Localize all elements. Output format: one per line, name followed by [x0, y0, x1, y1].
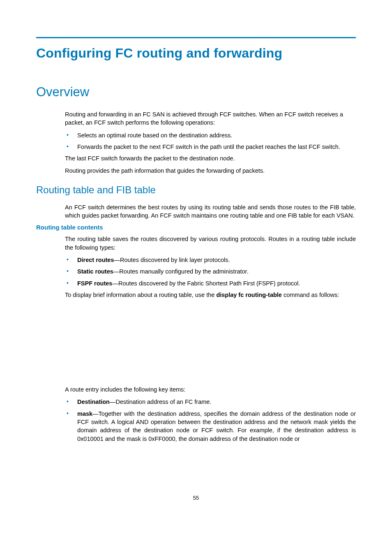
routing-contents-para-1: The routing table saves the routes disco… [65, 235, 356, 252]
list-item: Destination—Destination address of an FC… [65, 398, 356, 406]
list-item: FSPF routes—Routes discovered by the Fab… [65, 279, 356, 287]
text-fragment: To display brief information about a rou… [65, 292, 216, 298]
term-mask: mask [77, 410, 92, 417]
route-types-list: Direct routes—Routes discovered by link … [65, 256, 356, 287]
term-fspf-routes-desc: —Routes discovered by the Fabric Shortes… [112, 280, 300, 287]
term-static-routes: Static routes [77, 268, 113, 275]
term-destination-desc: —Destination address of an FC frame. [110, 399, 211, 405]
list-item: Static routes—Routes manually configured… [65, 267, 356, 276]
route-entry-intro: A route entry includes the following key… [65, 385, 356, 394]
term-direct-routes-desc: —Routes discovered by link layer protoco… [114, 257, 230, 263]
command-display-fc-routing-table: display fc routing-table [216, 292, 282, 298]
list-item: Forwards the packet to the next FCF swit… [65, 143, 356, 151]
route-entry-keys-list: Destination—Destination address of an FC… [65, 398, 356, 443]
text-fragment: command as follows: [282, 292, 339, 298]
term-fspf-routes: FSPF routes [77, 280, 112, 287]
overview-bullets: Selects an optimal route based on the de… [65, 131, 356, 151]
code-output-placeholder [36, 303, 356, 385]
routing-para-1: An FCF switch determines the best routes… [65, 203, 356, 220]
subsection-routing-fib: Routing table and FIB table [36, 184, 356, 196]
page-number: 55 [0, 495, 392, 501]
subsub-routing-table-contents: Routing table contents [36, 224, 356, 231]
list-item: Selects an optimal route based on the de… [65, 131, 356, 139]
term-destination: Destination [77, 399, 110, 405]
overview-para-3: Routing provides the path information th… [65, 167, 356, 175]
routing-contents-para-2: To display brief information about a rou… [65, 291, 356, 299]
page-title: Configuring FC routing and forwarding [36, 46, 356, 61]
section-overview: Overview [36, 85, 356, 100]
overview-para-2: The last FCF switch forwards the packet … [65, 154, 356, 162]
top-rule [36, 37, 356, 38]
list-item: Direct routes—Routes discovered by link … [65, 256, 356, 264]
term-static-routes-desc: —Routes manually configured by the admin… [113, 268, 249, 275]
overview-para-1: Routing and forwarding in an FC SAN is a… [65, 110, 356, 127]
term-mask-desc: —Together with the destination address, … [77, 410, 356, 442]
list-item: mask—Together with the destination addre… [65, 410, 356, 443]
term-direct-routes: Direct routes [77, 257, 114, 263]
